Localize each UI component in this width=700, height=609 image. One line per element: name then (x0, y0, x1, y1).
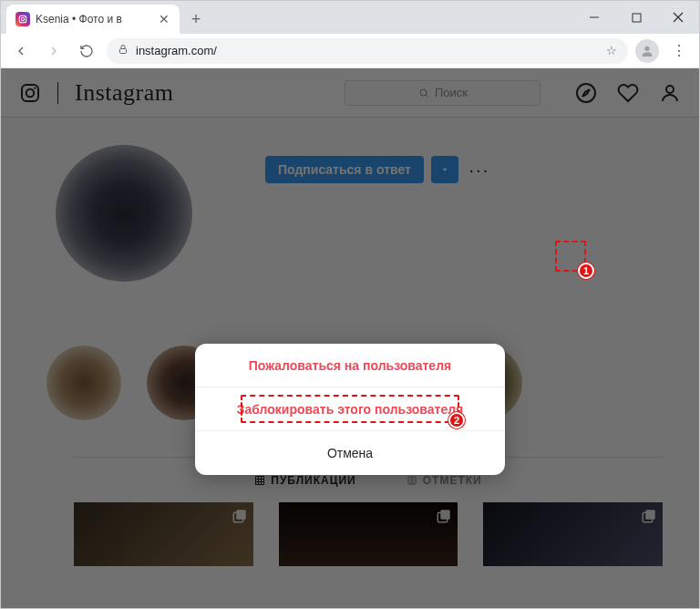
svg-point-2 (25, 16, 26, 17)
bookmark-star-icon[interactable]: ☆ (606, 44, 617, 57)
svg-point-8 (644, 46, 649, 50)
chrome-profile-avatar[interactable] (635, 39, 659, 63)
annotation-badge-1: 1 (578, 263, 594, 279)
block-user-option[interactable]: Заблокировать этого пользователя 2 (195, 387, 505, 431)
svg-rect-7 (120, 49, 127, 54)
address-bar: instagram.com/ ☆ ⋮ (1, 34, 699, 68)
svg-rect-0 (19, 15, 26, 23)
new-tab-button[interactable]: + (183, 6, 209, 32)
url-box[interactable]: instagram.com/ ☆ (107, 38, 628, 64)
window-controls (573, 1, 699, 34)
report-user-option[interactable]: Пожаловаться на пользователя (195, 344, 505, 387)
annotation-badge-2: 2 (448, 412, 465, 428)
back-button[interactable] (8, 38, 34, 64)
close-window-button[interactable] (657, 1, 699, 34)
reload-button[interactable] (74, 38, 99, 64)
svg-point-1 (21, 17, 24, 20)
lock-icon (118, 43, 129, 58)
maximize-button[interactable] (615, 1, 657, 34)
forward-button[interactable] (41, 38, 67, 64)
tab-title: Ksenia • Фото и в (36, 13, 152, 26)
browser-tab[interactable]: Ksenia • Фото и в ✕ (6, 5, 180, 34)
svg-rect-4 (633, 14, 641, 22)
page-content: Instagram Поиск Подписаться в ответ ··· (1, 68, 699, 608)
modal-backdrop[interactable] (1, 68, 699, 608)
block-user-label: Заблокировать этого пользователя (237, 402, 464, 417)
close-tab-icon[interactable]: ✕ (158, 13, 170, 26)
instagram-favicon (15, 12, 30, 26)
cancel-option[interactable]: Отмена (195, 431, 505, 475)
chrome-menu-button[interactable]: ⋮ (666, 38, 692, 64)
minimize-button[interactable] (573, 1, 615, 34)
titlebar: Ksenia • Фото и в ✕ + (1, 1, 699, 34)
options-modal: Пожаловаться на пользователя Заблокирова… (195, 344, 505, 475)
browser-window: Ksenia • Фото и в ✕ + instagram.com/ ☆ ⋮ (0, 0, 700, 609)
url-text: instagram.com/ (136, 44, 217, 57)
